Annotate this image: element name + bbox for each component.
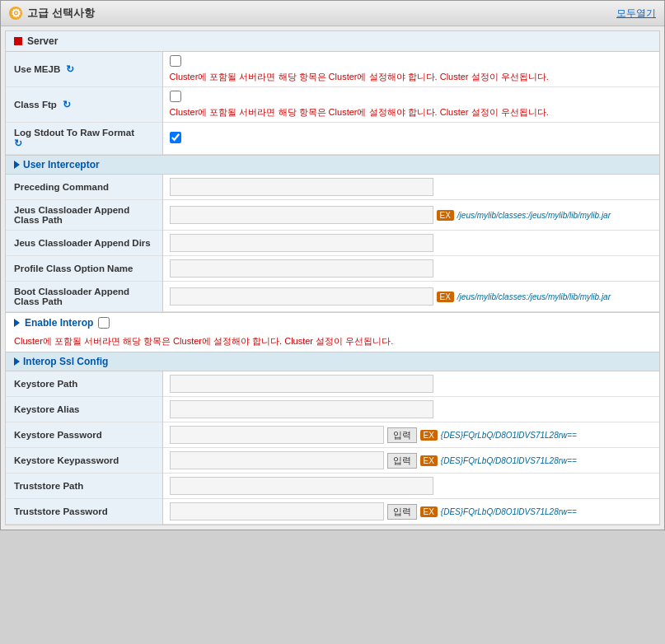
boot-classloader-class-path-container: EX /jeus/mylib/classes:/jeus/mylib/lib/m… [170, 287, 653, 306]
boot-classloader-ex-badge: EX [437, 292, 454, 302]
jeus-classloader-ex-text: /jeus/mylib/classes:/jeus/mylib/lib/myli… [457, 211, 611, 220]
truststore-password-value: 입력 EX {DES}FQrLbQ/D8O1lDVS71L28rw== [162, 499, 659, 525]
profile-class-option-input[interactable] [170, 259, 433, 278]
jeus-classloader-dirs-input[interactable] [170, 234, 433, 252]
truststore-path-label: Truststore Path [6, 474, 162, 499]
jeus-classloader-dirs-label: Jeus Classloader Append Dirs [6, 231, 162, 256]
log-stdout-value [162, 123, 659, 155]
jeus-classloader-class-path-value: EX /jeus/mylib/classes:/jeus/mylib/lib/m… [162, 200, 659, 231]
class-ftp-refresh-icon: ↻ [63, 100, 71, 110]
gear-icon: ⚙ [9, 7, 22, 20]
profile-class-option-label: Profile Class Option Name [6, 256, 162, 282]
keystore-keypassword-label: Keystore Keypassword [6, 448, 162, 474]
truststore-password-container: 입력 EX {DES}FQrLbQ/D8O1lDVS71L28rw== [170, 502, 653, 520]
truststore-path-value [162, 474, 659, 499]
boot-classloader-class-path-value: EX /jeus/mylib/classes:/jeus/mylib/lib/m… [162, 282, 659, 312]
jeus-classloader-dirs-value [162, 231, 659, 256]
enable-interop-triangle-icon [14, 319, 20, 327]
user-interceptor-header[interactable]: User Interceptor [6, 155, 659, 175]
keystore-keypassword-value: 입력 EX {DES}FQrLbQ/D8O1lDVS71L28rw== [162, 448, 659, 474]
user-interceptor-title: User Interceptor [23, 159, 100, 170]
keystore-alias-input[interactable] [170, 400, 433, 418]
preceding-command-input[interactable] [170, 178, 433, 196]
server-section-icon [14, 37, 22, 45]
keystore-keypassword-btn[interactable]: 입력 [387, 453, 417, 469]
truststore-password-row: Truststore Password 입력 EX {DES}FQrLbQ/D8… [6, 499, 659, 525]
keystore-password-input[interactable] [170, 426, 384, 444]
keystore-path-row: Keystore Path [6, 371, 659, 397]
keystore-keypassword-input[interactable] [170, 451, 384, 469]
window-title: 고급 선택사항 [27, 6, 95, 21]
jeus-classloader-class-path-label: Jeus Classloader Append Class Path [6, 200, 162, 231]
keystore-password-value: 입력 EX {DES}FQrLbQ/D8O1lDVS71L28rw== [162, 422, 659, 448]
preceding-command-value [162, 175, 659, 200]
truststore-password-ex-badge: EX [420, 506, 438, 517]
keystore-password-ex-badge: EX [420, 430, 438, 441]
interop-ssl-config-header[interactable]: Interop Ssl Config [6, 352, 659, 371]
keystore-path-input[interactable] [170, 375, 433, 393]
keystore-alias-row: Keystore Alias [6, 397, 659, 422]
keystore-keypassword-row: Keystore Keypassword 입력 EX {DES}FQrLbQ/D… [6, 448, 659, 474]
use-mejb-value: Cluster에 포함될 서버라면 해당 항목은 Cluster에 설정해야 합… [162, 52, 659, 87]
class-ftp-warning: Cluster에 포함될 서버라면 해당 항목은 Cluster에 설정해야 합… [170, 106, 653, 119]
log-stdout-row: Log Stdout To Raw Format ↻ [6, 123, 659, 155]
user-interceptor-triangle-icon [14, 161, 20, 169]
enable-interop-warning: Cluster에 포함될 서버라면 해당 항목은 Cluster에 설정해야 합… [6, 333, 659, 352]
server-form-table: Use MEJB ↻ Cluster에 포함될 서버라면 해당 항목은 Clus… [6, 52, 659, 155]
keystore-keypassword-ex-text: {DES}FQrLbQ/D8O1lDVS71L28rw== [441, 456, 577, 465]
interop-ssl-triangle-icon [14, 357, 20, 366]
main-content: Server Use MEJB ↻ Cluster에 포함될 서버라면 해당 항… [5, 30, 660, 525]
enable-interop-row: Enable Interop [6, 312, 659, 333]
class-ftp-checkbox[interactable] [170, 91, 181, 102]
jeus-classloader-dirs-row: Jeus Classloader Append Dirs [6, 231, 659, 256]
boot-classloader-class-path-label: Boot Classloader Append Class Path [6, 282, 162, 312]
server-section-header: Server [6, 31, 659, 52]
title-bar: ⚙ 고급 선택사항 모두열기 [1, 1, 664, 26]
keystore-alias-value [162, 397, 659, 422]
truststore-password-label: Truststore Password [6, 499, 162, 525]
keystore-password-label: Keystore Password [6, 422, 162, 448]
jeus-classloader-class-path-input[interactable] [170, 206, 433, 224]
use-mejb-warning: Cluster에 포함될 서버라면 해당 항목은 Cluster에 설정해야 합… [170, 71, 653, 83]
class-ftp-value: Cluster에 포함될 서버라면 해당 항목은 Cluster에 설정해야 합… [162, 87, 659, 123]
truststore-password-btn[interactable]: 입력 [387, 504, 417, 520]
keystore-password-container: 입력 EX {DES}FQrLbQ/D8O1lDVS71L28rw== [170, 426, 653, 444]
truststore-path-input[interactable] [170, 477, 433, 495]
use-mejb-label: Use MEJB ↻ [6, 52, 162, 87]
keystore-alias-label: Keystore Alias [6, 397, 162, 422]
jeus-classloader-class-path-row: Jeus Classloader Append Class Path EX /j… [6, 200, 659, 231]
enable-interop-label: Enable Interop [25, 317, 93, 329]
boot-classloader-class-path-input[interactable] [170, 287, 433, 306]
log-stdout-label: Log Stdout To Raw Format ↻ [6, 123, 162, 155]
keystore-path-label: Keystore Path [6, 371, 162, 397]
truststore-password-ex-text: {DES}FQrLbQ/D8O1lDVS71L28rw== [441, 507, 577, 516]
log-stdout-refresh-icon: ↻ [14, 138, 22, 148]
keystore-path-value [162, 371, 659, 397]
jeus-classloader-ex-badge: EX [437, 210, 454, 221]
log-stdout-checkbox[interactable] [170, 132, 181, 143]
class-ftp-label: Class Ftp ↻ [6, 87, 162, 123]
profile-class-option-value [162, 256, 659, 282]
keystore-password-btn[interactable]: 입력 [387, 427, 417, 443]
interop-ssl-title: Interop Ssl Config [23, 356, 108, 367]
profile-class-option-row: Profile Class Option Name [6, 256, 659, 282]
user-interceptor-table: Preceding Command Jeus Classloader Appen… [6, 175, 659, 312]
interop-ssl-table: Keystore Path Keystore Alias Keystore Pa… [6, 371, 659, 525]
class-ftp-row: Class Ftp ↻ Cluster에 포함될 서버라면 해당 항목은 Clu… [6, 87, 659, 123]
title-left: ⚙ 고급 선택사항 [9, 6, 95, 21]
truststore-path-row: Truststore Path [6, 474, 659, 499]
open-all-button[interactable]: 모두열기 [616, 7, 656, 21]
use-mejb-refresh-icon: ↻ [66, 64, 74, 74]
truststore-password-input[interactable] [170, 502, 384, 520]
boot-classloader-class-path-row: Boot Classloader Append Class Path EX /j… [6, 282, 659, 312]
keystore-keypassword-ex-badge: EX [420, 455, 438, 466]
server-section-title: Server [27, 35, 58, 47]
use-mejb-row: Use MEJB ↻ Cluster에 포함될 서버라면 해당 항목은 Clus… [6, 52, 659, 87]
keystore-password-row: Keystore Password 입력 EX {DES}FQrLbQ/D8O1… [6, 422, 659, 448]
boot-classloader-ex-text: /jeus/mylib/classes:/jeus/mylib/lib/myli… [457, 292, 611, 301]
enable-interop-checkbox[interactable] [98, 317, 110, 329]
preceding-command-row: Preceding Command [6, 175, 659, 200]
use-mejb-checkbox[interactable] [170, 55, 181, 67]
keystore-password-ex-text: {DES}FQrLbQ/D8O1lDVS71L28rw== [441, 431, 577, 440]
keystore-keypassword-container: 입력 EX {DES}FQrLbQ/D8O1lDVS71L28rw== [170, 451, 653, 469]
